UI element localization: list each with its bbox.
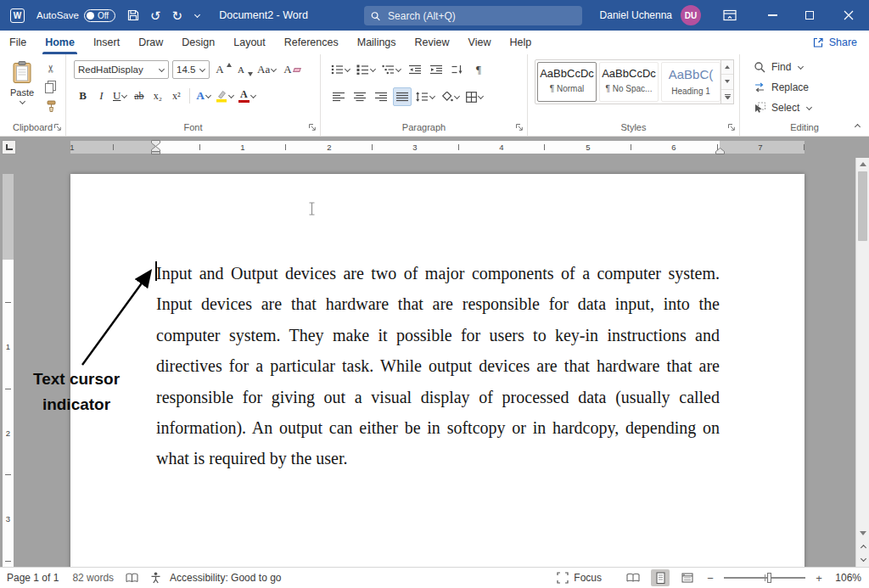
- user-name[interactable]: Daniel Uchenna: [600, 9, 672, 21]
- close-button[interactable]: [828, 0, 869, 31]
- vertical-scrollbar[interactable]: [855, 158, 869, 567]
- shrink-font-button[interactable]: A: [234, 60, 252, 79]
- proofing-button[interactable]: [126, 573, 138, 583]
- redo-button[interactable]: ↻: [172, 9, 183, 22]
- decrease-indent-button[interactable]: [406, 60, 424, 79]
- right-indent-marker[interactable]: [715, 148, 725, 154]
- zoom-out-button[interactable]: −: [705, 572, 715, 585]
- document-paragraph[interactable]: Input and Output devices are two of majo…: [156, 258, 720, 474]
- styles-scroll-up-button[interactable]: [721, 60, 733, 75]
- horizontal-ruler-band[interactable]: 1 1 2 3 4 5 6 7: [70, 141, 805, 154]
- multilevel-list-button[interactable]: [380, 60, 403, 79]
- collapse-ribbon-button[interactable]: [854, 115, 861, 131]
- document-page[interactable]: Input and Output devices are two of majo…: [70, 174, 805, 567]
- tab-home[interactable]: Home: [36, 31, 84, 54]
- zoom-slider-thumb[interactable]: [767, 573, 771, 583]
- tab-view[interactable]: View: [459, 31, 501, 54]
- style-heading-1[interactable]: AaBbC( Heading 1: [661, 62, 720, 102]
- zoom-level[interactable]: 106%: [833, 572, 861, 584]
- select-button[interactable]: Select: [740, 98, 869, 118]
- zoom-slider[interactable]: [724, 572, 805, 584]
- print-layout-button[interactable]: [651, 569, 670, 586]
- tab-help[interactable]: Help: [500, 31, 541, 54]
- avatar[interactable]: DU: [681, 5, 701, 25]
- tab-insert[interactable]: Insert: [84, 31, 129, 54]
- left-indent-marker[interactable]: [151, 146, 160, 154]
- shading-button[interactable]: [440, 87, 462, 106]
- autosave-toggle[interactable]: AutoSave Off: [36, 9, 115, 22]
- paste-button[interactable]: Paste: [6, 58, 38, 115]
- maximize-button[interactable]: [791, 0, 828, 31]
- change-case-button[interactable]: Aa: [255, 60, 278, 79]
- subscript-button[interactable]: x₂: [149, 87, 166, 105]
- paragraph-dialog-launcher[interactable]: [515, 123, 524, 132]
- search-box[interactable]: [364, 6, 582, 25]
- align-right-button[interactable]: [372, 87, 390, 106]
- scrollbar-thumb[interactable]: [858, 171, 867, 241]
- justify-button[interactable]: [393, 87, 412, 106]
- styles-scroll-down-button[interactable]: [721, 75, 733, 89]
- superscript-button[interactable]: x²: [167, 87, 185, 105]
- scroll-down-button[interactable]: [856, 527, 869, 540]
- bullets-button[interactable]: [329, 60, 352, 79]
- autosave-switch[interactable]: Off: [84, 9, 115, 22]
- minimize-button[interactable]: [754, 0, 791, 31]
- numbering-button[interactable]: [355, 60, 378, 79]
- highlight-color-button[interactable]: [214, 87, 236, 105]
- align-left-button[interactable]: [329, 87, 348, 106]
- font-size-combobox[interactable]: 14.5: [172, 60, 210, 79]
- align-center-button[interactable]: [350, 87, 369, 106]
- tab-references[interactable]: References: [275, 31, 348, 54]
- format-painter-button[interactable]: [41, 98, 61, 114]
- web-layout-button[interactable]: [678, 569, 697, 586]
- style-no-spacing[interactable]: AaBbCcDc ¶ No Spac...: [599, 62, 659, 102]
- tab-selector-button[interactable]: [2, 140, 16, 154]
- style-normal[interactable]: AaBbCcDc ¶ Normal: [537, 62, 597, 102]
- scroll-up-button[interactable]: [856, 158, 869, 171]
- read-mode-button[interactable]: [624, 569, 642, 586]
- focus-button[interactable]: Focus: [557, 572, 602, 584]
- font-color-button[interactable]: A: [237, 87, 258, 105]
- tab-file[interactable]: File: [0, 31, 36, 54]
- tab-design[interactable]: Design: [172, 31, 224, 54]
- cut-button[interactable]: ✂: [41, 61, 61, 76]
- increase-indent-button[interactable]: [427, 60, 446, 79]
- font-dialog-launcher[interactable]: [308, 123, 317, 132]
- next-page-button[interactable]: [856, 553, 869, 566]
- find-button[interactable]: Find: [740, 57, 869, 77]
- clear-formatting-button[interactable]: A: [282, 60, 301, 79]
- sort-button[interactable]: [448, 60, 467, 79]
- strikethrough-button[interactable]: ab: [130, 87, 148, 105]
- styles-more-button[interactable]: [721, 90, 733, 104]
- share-button[interactable]: Share: [812, 31, 857, 54]
- bold-button[interactable]: B: [74, 87, 92, 105]
- font-name-combobox[interactable]: RedHatDisplay: [74, 60, 169, 79]
- tab-mailings[interactable]: Mailings: [348, 31, 406, 54]
- borders-button[interactable]: [464, 87, 485, 106]
- word-count[interactable]: 82 words: [72, 572, 114, 584]
- styles-dialog-launcher[interactable]: [727, 123, 736, 132]
- accessibility-status[interactable]: Accessibility: Good to go: [150, 572, 281, 584]
- italic-button[interactable]: I: [93, 87, 110, 105]
- replace-button[interactable]: Replace: [740, 77, 869, 98]
- search-input[interactable]: [386, 9, 575, 23]
- tab-review[interactable]: Review: [406, 31, 459, 54]
- line-spacing-button[interactable]: [414, 87, 437, 106]
- underline-button[interactable]: U: [111, 87, 129, 105]
- copy-button[interactable]: [41, 80, 61, 95]
- tab-layout[interactable]: Layout: [224, 31, 275, 54]
- grow-font-button[interactable]: A: [213, 60, 231, 79]
- tab-draw[interactable]: Draw: [129, 31, 172, 54]
- horizontal-ruler[interactable]: 1 1 2 3 4 5 6 7: [0, 137, 855, 158]
- undo-button[interactable]: ↺: [150, 9, 161, 22]
- ribbon-display-options-icon[interactable]: [723, 9, 737, 21]
- text-effects-button[interactable]: A: [194, 87, 212, 105]
- clipboard-dialog-launcher[interactable]: [53, 123, 62, 132]
- previous-page-button[interactable]: [856, 540, 869, 553]
- vertical-ruler[interactable]: 1 2 3: [0, 158, 16, 567]
- show-formatting-marks-button[interactable]: ¶: [469, 60, 488, 79]
- zoom-in-button[interactable]: +: [814, 572, 824, 585]
- save-icon[interactable]: [127, 9, 139, 21]
- customize-qat-chevron-icon[interactable]: [194, 11, 200, 17]
- page-indicator[interactable]: Page 1 of 1: [7, 572, 59, 584]
